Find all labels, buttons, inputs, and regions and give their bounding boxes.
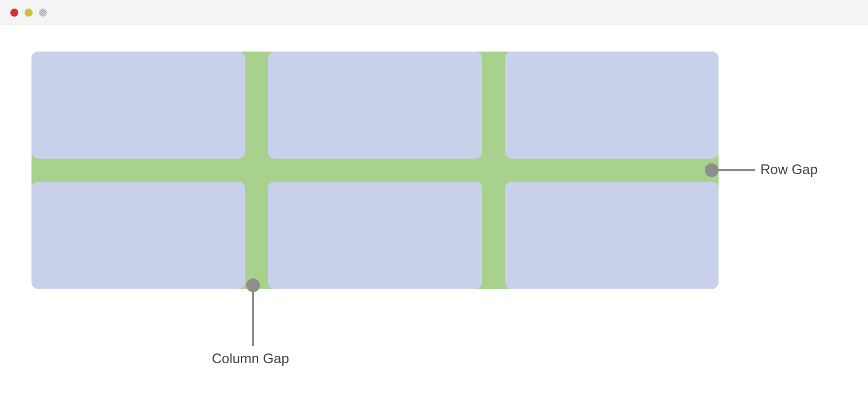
minimize-icon[interactable] bbox=[25, 9, 33, 17]
grid-cell bbox=[505, 52, 719, 159]
window-titlebar bbox=[0, 0, 868, 25]
grid-gap-background bbox=[31, 52, 719, 289]
annotation-label-row-gap: Row Gap bbox=[760, 162, 818, 178]
annotation-line-row-gap bbox=[712, 169, 755, 171]
zoom-icon[interactable] bbox=[39, 9, 47, 17]
annotation-label-column-gap: Column Gap bbox=[212, 351, 289, 367]
annotation-line-column-gap bbox=[252, 285, 254, 346]
grid-cell bbox=[268, 182, 482, 289]
close-icon[interactable] bbox=[10, 9, 18, 17]
diagram-stage: Row Gap Column Gap bbox=[0, 25, 868, 393]
grid-cell bbox=[268, 52, 482, 159]
grid-cell bbox=[31, 182, 245, 289]
grid-cell bbox=[31, 52, 245, 159]
grid-cell bbox=[505, 182, 719, 289]
grid-container bbox=[31, 52, 719, 289]
